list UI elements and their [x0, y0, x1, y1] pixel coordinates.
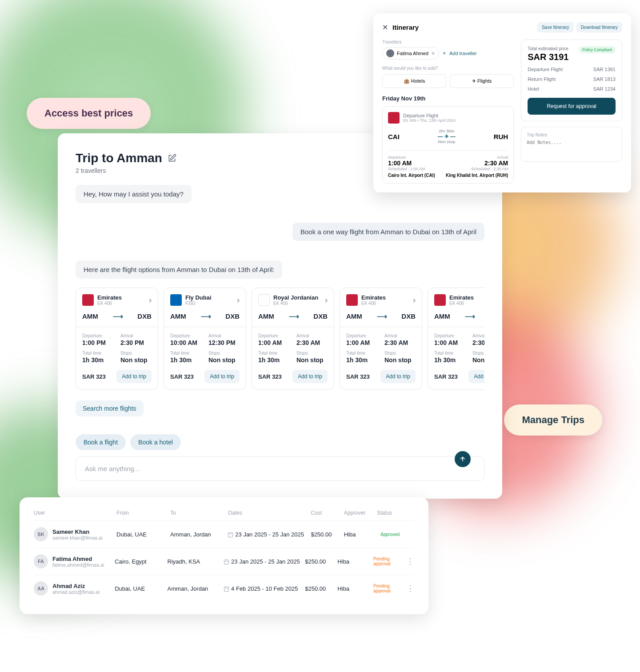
flight-number: EK 406 — [97, 301, 122, 306]
save-itinerary-button[interactable]: Save Itinerary — [537, 22, 574, 32]
stops: Non stop — [208, 356, 240, 364]
departure-label: Departure — [434, 333, 465, 338]
avatar: FA — [34, 554, 48, 568]
travellers-label: Travellers — [382, 40, 514, 44]
segment-title: Departure Flight — [403, 113, 456, 118]
close-icon[interactable]: ✕ — [382, 23, 388, 32]
flight-number: EK 406 — [361, 301, 386, 306]
flight-card[interactable]: Fly DubaiF392› AMM⟶DXB Departure10:00 AM… — [164, 288, 246, 390]
remove-traveller-icon[interactable]: ✕ — [431, 51, 435, 56]
dest-code: DXB — [313, 312, 328, 320]
calendar-icon — [224, 587, 229, 592]
add-flights-button[interactable]: ✈ Flights — [450, 74, 514, 88]
edit-icon[interactable] — [168, 154, 176, 163]
notes-input[interactable] — [527, 140, 616, 155]
chat-input[interactable] — [85, 465, 475, 472]
chevron-right-icon[interactable]: › — [325, 296, 328, 305]
trip-dates: 4 Feb 2025 - 10 Feb 2025 — [224, 585, 305, 592]
flight-card[interactable]: EmiratesEK 406› AMM⟶DXB Departure1:00 AM… — [428, 288, 484, 390]
th-cost: Cost — [311, 510, 344, 516]
more-menu-icon[interactable]: ⋮ — [406, 584, 414, 593]
add-hotels-button[interactable]: 🏨 Hotels — [382, 74, 446, 88]
price-line-label: Departure Flight — [528, 67, 563, 72]
arrow-right-icon: ⟶ — [377, 312, 387, 320]
manage-trips-pill: Manage Trips — [504, 404, 602, 436]
flight-segment[interactable]: Departure Flight EK 406 • Thu, 13th Apri… — [382, 106, 514, 184]
download-itinerary-button[interactable]: Download Itinerary — [576, 22, 622, 32]
arrival-time: 2:30 AM — [472, 339, 484, 346]
trip-to: Amman, Jordan — [168, 585, 224, 592]
arrival-label: Arrival — [472, 333, 484, 338]
plus-icon[interactable]: + — [443, 50, 446, 56]
airline-name: Royal Jordanian — [273, 294, 318, 301]
flight-number: EK 406 — [449, 301, 474, 306]
add-traveller-button[interactable]: Add traveller — [449, 51, 477, 56]
user-name: Fatima Ahmed — [52, 556, 104, 562]
flight-price: SAR 323 — [434, 373, 458, 380]
chevron-right-icon[interactable]: › — [413, 296, 416, 305]
arrow-right-icon: ⟶ — [465, 312, 475, 320]
trip-notes: Trip Notes — [521, 127, 622, 162]
add-to-trip-button[interactable]: Add to trip — [116, 370, 152, 383]
airline-name: Fly Dubai — [185, 294, 212, 301]
user-name: Sameer Khan — [52, 528, 103, 535]
stops-label: Stops — [120, 351, 152, 356]
send-button[interactable] — [455, 451, 471, 467]
dest-code: DXB — [225, 312, 240, 320]
request-approval-button[interactable]: Request for approval — [528, 98, 616, 115]
trip-title-text: Trip to Amman — [76, 151, 162, 165]
price-line: Return FlightSAR 1813 — [528, 76, 616, 82]
price-line: HotelSAR 1234 — [528, 86, 616, 92]
avatar: AA — [34, 581, 48, 596]
chevron-right-icon[interactable]: › — [149, 296, 152, 305]
add-label: What would you like to add? — [382, 66, 514, 71]
book-flight-button[interactable]: Book a flight — [76, 434, 126, 450]
departure-label: Departure — [170, 333, 201, 338]
arrival-scheduled: Scheduled : 2:30 AM — [446, 167, 508, 171]
table-row[interactable]: SKSameer Khansameer.khan@firnas.ai Dubai… — [34, 520, 414, 548]
flight-card[interactable]: EmiratesEK 406› AMM⟶DXB Departure1:00 PM… — [76, 288, 158, 390]
total-time: 1h 30m — [434, 356, 465, 364]
add-to-trip-button[interactable]: Add to trip — [204, 370, 240, 383]
airline-name: Emirates — [449, 294, 474, 301]
flight-price: SAR 323 — [346, 373, 370, 380]
search-more-button[interactable]: Search more flights — [76, 400, 144, 416]
arrival-label: Arrival — [120, 333, 152, 338]
origin-code: AMM — [170, 312, 186, 320]
itinerary-card: ✕ Itinerary Save Itinerary Download Itin… — [373, 13, 631, 192]
stops-label: Stops — [384, 351, 416, 356]
flight-price: SAR 323 — [82, 373, 106, 380]
total-time: 1h 30m — [170, 356, 201, 364]
itinerary-date: Friday Nov 19th — [382, 95, 514, 102]
flight-card[interactable]: EmiratesEK 406› AMM⟶DXB Departure1:00 AM… — [340, 288, 422, 390]
th-approver: Approver — [344, 510, 377, 516]
add-to-trip-button[interactable]: Add to trip — [468, 370, 484, 383]
arrow-right-icon: ⟶ — [289, 312, 299, 320]
departure-time: 1:00 AM — [258, 339, 289, 346]
user-name: Ahmad Aziz — [52, 583, 100, 589]
trip-dates: 23 Jan 2025 - 25 Jan 2025 — [224, 558, 305, 565]
status-badge: Pending approval — [370, 582, 406, 595]
th-status: Status — [377, 510, 414, 516]
add-to-trip-button[interactable]: Add to trip — [380, 370, 416, 383]
departure-label: Departure — [258, 333, 289, 338]
trip-cost: $250.00 — [311, 531, 344, 538]
arrow-right-icon: ⟶ — [113, 312, 123, 320]
total-time-label: Total time — [170, 351, 201, 356]
quick-actions: Book a flight Book a hotel — [76, 434, 484, 450]
flight-card[interactable]: Royal JordanianEK 406› AMM⟶DXB Departure… — [252, 288, 334, 390]
airline-logo-icon — [258, 294, 270, 306]
more-menu-icon[interactable]: ⋮ — [406, 556, 414, 566]
chevron-right-icon[interactable]: › — [237, 296, 240, 305]
add-to-trip-button[interactable]: Add to trip — [292, 370, 328, 383]
trips-table-card: User From To Dates Cost Approver Status … — [20, 497, 428, 614]
book-hotel-button[interactable]: Book a hotel — [130, 434, 181, 450]
price-line-value: SAR 1381 — [593, 67, 616, 72]
calendar-icon — [224, 560, 229, 564]
departure-time: 1:00 PM — [82, 339, 113, 346]
table-row[interactable]: FAFatima Ahmedfatima.ahmed@firnas.ai Cai… — [34, 548, 414, 575]
total-time-label: Total time — [434, 351, 465, 356]
table-row[interactable]: AAAhmad Azizahmad.aziz@firnas.ai Dubai, … — [34, 575, 414, 602]
route-to: RUH — [494, 133, 508, 140]
traveller-name: Fatima Ahmed — [397, 51, 428, 56]
